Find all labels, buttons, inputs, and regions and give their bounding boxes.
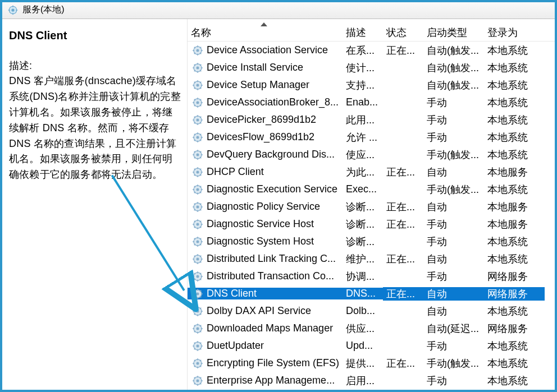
service-row[interactable]: Device Install Service使计...自动(触发...本地系统	[188, 59, 555, 76]
service-name-cell[interactable]: Diagnostic Policy Service	[188, 201, 343, 213]
service-desc-cell: 在系...	[343, 44, 383, 57]
service-row[interactable]: Device Setup Manager支持...自动(触发...本地系统	[188, 76, 555, 94]
service-logon-cell: 本地系统	[484, 235, 545, 248]
service-startup-cell: 手动	[423, 374, 484, 388]
svg-point-97	[197, 205, 199, 208]
service-desc-cell: Dolb...	[343, 305, 383, 317]
service-detail-pane: DNS Client 描述: DNS 客户端服务(dnscache)缓存域名系统…	[2, 19, 188, 390]
service-name-cell[interactable]: Downloaded Maps Manager	[188, 322, 343, 334]
service-row[interactable]: Encrypting File System (EFS)提供...正在...手动…	[188, 354, 555, 372]
svg-point-127	[197, 257, 199, 260]
column-header-logon[interactable]: 登录为	[484, 24, 545, 41]
svg-point-147	[197, 292, 199, 295]
gear-icon	[192, 358, 203, 369]
service-status-cell: 正在...	[383, 218, 423, 231]
service-row[interactable]: Enterprise App Manageme...启用...手动本地系统	[188, 372, 555, 389]
service-name-cell[interactable]: Dolby DAX API Service	[188, 305, 343, 317]
service-startup-cell: 手动(触发...	[423, 357, 484, 370]
service-logon-cell: 本地系统	[484, 252, 545, 266]
service-name-cell[interactable]: DNS Client	[188, 288, 343, 299]
service-name-cell[interactable]: DevicesFlow_8699d1b2	[188, 131, 343, 143]
service-logon-cell: 本地系统	[484, 113, 545, 127]
svg-point-47	[197, 118, 199, 121]
service-row[interactable]: DevQuery Background Dis...使应...手动(触发...本…	[188, 146, 555, 163]
service-name-cell[interactable]: Device Association Service	[188, 44, 343, 56]
gear-icon	[192, 132, 203, 143]
service-row[interactable]: DeviceAssociationBroker_8...Enab...手动本地系…	[188, 94, 555, 111]
column-header-startup[interactable]: 启动类型	[423, 24, 484, 41]
service-row[interactable]: DevicePicker_8699d1b2此用...手动本地系统	[188, 111, 555, 128]
service-startup-cell: 手动	[423, 339, 484, 353]
services-app-icon	[8, 5, 18, 15]
service-startup-cell: 自动	[423, 165, 484, 179]
service-row[interactable]: Dolby DAX API ServiceDolb...自动本地系统	[188, 302, 555, 320]
service-desc-cell: 支持...	[343, 79, 383, 92]
svg-point-167	[197, 327, 199, 330]
service-name-text: DevQuery Background Dis...	[207, 149, 335, 160]
service-logon-cell: 本地系统	[484, 44, 545, 57]
column-header-description[interactable]: 描述	[343, 24, 383, 41]
service-name-cell[interactable]: DeviceAssociationBroker_8...	[188, 96, 343, 108]
service-desc-cell: 诊断...	[343, 218, 383, 231]
selected-service-name: DNS Client	[9, 29, 182, 42]
service-row[interactable]: DuetUpdaterUpd...手动本地系统	[188, 337, 555, 354]
service-name-text: Distributed Transaction Co...	[207, 270, 334, 282]
service-name-cell[interactable]: Diagnostic Execution Service	[188, 183, 343, 195]
pane-header: 服务(本地)	[2, 2, 555, 19]
service-name-text: Enterprise App Manageme...	[207, 375, 335, 386]
service-name-cell[interactable]: Device Setup Manager	[188, 79, 343, 91]
service-name-cell[interactable]: Diagnostic Service Host	[188, 218, 343, 230]
service-name-text: DHCP Client	[207, 166, 264, 178]
service-startup-cell: 自动	[423, 200, 484, 214]
gear-icon	[192, 340, 203, 352]
gear-icon	[192, 62, 203, 73]
service-row[interactable]: DNS ClientDNS...正在...自动网络服务	[188, 285, 555, 302]
service-row[interactable]: Diagnostic System Host诊断...手动本地系统	[188, 233, 555, 250]
service-row[interactable]: Diagnostic Execution ServiceExec...手动(触发…	[188, 181, 555, 198]
svg-point-57	[197, 136, 199, 139]
service-name-cell[interactable]: Diagnostic System Host	[188, 236, 343, 247]
service-name-cell[interactable]: Device Install Service	[188, 62, 343, 73]
service-name-cell[interactable]: DevQuery Background Dis...	[188, 149, 343, 160]
svg-point-187	[197, 362, 199, 365]
service-desc-cell: 使应...	[343, 148, 383, 162]
service-desc-cell: 诊断...	[343, 200, 383, 214]
service-startup-cell: 手动	[423, 131, 484, 144]
service-name-cell[interactable]: Encrypting File System (EFS)	[188, 357, 343, 369]
service-startup-cell: 自动	[423, 287, 484, 301]
service-status-cell: 正在...	[383, 165, 423, 179]
service-name-text: Diagnostic Service Host	[207, 218, 314, 230]
service-logon-cell: 本地系统	[484, 131, 545, 144]
service-row[interactable]: Downloaded Maps Manager供应...自动(延迟...网络服务	[188, 320, 555, 337]
service-name-cell[interactable]: Enterprise App Manageme...	[188, 375, 343, 386]
service-name-text: DeviceAssociationBroker_8...	[207, 96, 339, 108]
service-desc-cell: 允许 ...	[343, 131, 383, 144]
service-desc-cell: 协调...	[343, 270, 383, 283]
service-name-cell[interactable]: DevicePicker_8699d1b2	[188, 114, 343, 126]
service-row[interactable]: DHCP Client为此...正在...自动本地服务	[188, 163, 555, 181]
service-row[interactable]: Diagnostic Policy Service诊断...正在...自动本地服…	[188, 198, 555, 215]
pane-title: 服务(本地)	[22, 4, 65, 16]
service-desc-cell: 维护...	[343, 252, 383, 266]
service-row[interactable]: Device Association Service在系...正在...自动(触…	[188, 41, 555, 59]
service-name-text: Downloaded Maps Manager	[207, 322, 333, 334]
sort-ascending-icon	[261, 22, 267, 26]
service-row[interactable]: DevicesFlow_8699d1b2允许 ...手动本地系统	[188, 128, 555, 146]
svg-point-1	[11, 8, 14, 11]
service-name-cell[interactable]: Distributed Link Tracking C...	[188, 253, 343, 265]
service-name-cell[interactable]: DuetUpdater	[188, 340, 343, 352]
service-name-cell[interactable]: DHCP Client	[188, 166, 343, 178]
service-row[interactable]: Distributed Link Tracking C...维护...正在...…	[188, 250, 555, 268]
column-header-status[interactable]: 状态	[383, 24, 423, 41]
service-name-text: Distributed Link Tracking C...	[207, 253, 336, 265]
service-row[interactable]: Diagnostic Service Host诊断...正在...手动本地服务	[188, 215, 555, 233]
service-row[interactable]: Distributed Transaction Co...协调...手动网络服务	[188, 268, 555, 285]
service-desc-cell: 为此...	[343, 165, 383, 179]
gear-icon	[192, 306, 203, 317]
service-logon-cell: 本地系统	[484, 148, 545, 162]
svg-point-87	[197, 188, 199, 191]
services-list-pane[interactable]: 名称 描述 状态 启动类型 登录为 Device Association Ser…	[188, 19, 555, 390]
service-name-cell[interactable]: Distributed Transaction Co...	[188, 270, 343, 282]
service-desc-cell: Enab...	[343, 96, 383, 108]
svg-point-157	[197, 310, 199, 312]
